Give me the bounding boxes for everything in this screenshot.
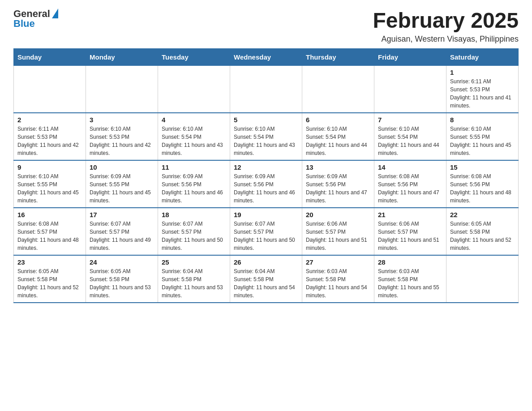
logo-general-text: General: [13, 9, 50, 19]
day-number: 14: [378, 163, 442, 171]
cell-w3-d7: 15Sunrise: 6:08 AM Sunset: 5:56 PM Dayli…: [446, 160, 519, 208]
day-info: Sunrise: 6:03 AM Sunset: 5:58 PM Dayligh…: [378, 267, 442, 300]
day-number: 19: [234, 211, 298, 218]
cell-w5-d3: 25Sunrise: 6:04 AM Sunset: 5:58 PM Dayli…: [158, 255, 230, 303]
cell-w5-d5: 27Sunrise: 6:03 AM Sunset: 5:58 PM Dayli…: [302, 255, 374, 303]
day-number: 2: [17, 116, 82, 124]
day-number: 24: [90, 258, 154, 266]
cell-w5-d4: 26Sunrise: 6:04 AM Sunset: 5:58 PM Dayli…: [230, 255, 302, 303]
cell-w1-d4: [230, 65, 302, 113]
cell-w3-d3: 11Sunrise: 6:09 AM Sunset: 5:56 PM Dayli…: [158, 160, 230, 208]
day-number: 18: [162, 211, 226, 218]
logo: General Blue: [13, 9, 58, 29]
day-info: Sunrise: 6:08 AM Sunset: 5:56 PM Dayligh…: [378, 172, 442, 205]
cell-w1-d6: [374, 65, 446, 113]
cell-w1-d3: [158, 65, 230, 113]
cell-w5-d6: 28Sunrise: 6:03 AM Sunset: 5:58 PM Dayli…: [374, 255, 446, 303]
day-info: Sunrise: 6:04 AM Sunset: 5:58 PM Dayligh…: [234, 267, 298, 300]
cell-w2-d1: 2Sunrise: 6:11 AM Sunset: 5:53 PM Daylig…: [14, 113, 86, 160]
week-row-1: 1Sunrise: 6:11 AM Sunset: 5:53 PM Daylig…: [14, 65, 519, 113]
day-info: Sunrise: 6:10 AM Sunset: 5:54 PM Dayligh…: [306, 125, 370, 157]
cell-w3-d6: 14Sunrise: 6:08 AM Sunset: 5:56 PM Dayli…: [374, 160, 446, 208]
location-title: Aguisan, Western Visayas, Philippines: [373, 34, 519, 44]
day-info: Sunrise: 6:11 AM Sunset: 5:53 PM Dayligh…: [17, 125, 82, 157]
col-monday: Monday: [86, 48, 158, 65]
cell-w3-d2: 10Sunrise: 6:09 AM Sunset: 5:55 PM Dayli…: [86, 160, 158, 208]
cell-w3-d1: 9Sunrise: 6:10 AM Sunset: 5:55 PM Daylig…: [14, 160, 86, 208]
week-row-3: 9Sunrise: 6:10 AM Sunset: 5:55 PM Daylig…: [14, 160, 519, 208]
cell-w5-d1: 23Sunrise: 6:05 AM Sunset: 5:58 PM Dayli…: [14, 255, 86, 303]
week-row-5: 23Sunrise: 6:05 AM Sunset: 5:58 PM Dayli…: [14, 255, 519, 303]
day-info: Sunrise: 6:10 AM Sunset: 5:54 PM Dayligh…: [234, 125, 298, 157]
day-number: 7: [378, 116, 442, 124]
day-number: 28: [378, 258, 442, 266]
cell-w2-d5: 6Sunrise: 6:10 AM Sunset: 5:54 PM Daylig…: [302, 113, 374, 160]
day-number: 10: [90, 163, 154, 171]
day-number: 27: [306, 258, 370, 266]
calendar-table: Sunday Monday Tuesday Wednesday Thursday…: [13, 48, 519, 303]
day-info: Sunrise: 6:10 AM Sunset: 5:53 PM Dayligh…: [90, 125, 154, 157]
day-info: Sunrise: 6:07 AM Sunset: 5:57 PM Dayligh…: [234, 220, 298, 252]
day-number: 26: [234, 258, 298, 266]
cell-w5-d2: 24Sunrise: 6:05 AM Sunset: 5:58 PM Dayli…: [86, 255, 158, 303]
day-info: Sunrise: 6:10 AM Sunset: 5:54 PM Dayligh…: [162, 125, 226, 157]
day-info: Sunrise: 6:05 AM Sunset: 5:58 PM Dayligh…: [90, 267, 154, 300]
day-number: 22: [450, 211, 515, 218]
cell-w1-d1: [14, 65, 86, 113]
col-friday: Friday: [374, 48, 446, 65]
day-info: Sunrise: 6:10 AM Sunset: 5:55 PM Dayligh…: [450, 125, 515, 157]
cell-w2-d4: 5Sunrise: 6:10 AM Sunset: 5:54 PM Daylig…: [230, 113, 302, 160]
logo-blue-text: Blue: [13, 19, 58, 29]
day-number: 17: [90, 211, 154, 218]
cell-w4-d5: 20Sunrise: 6:06 AM Sunset: 5:57 PM Dayli…: [302, 208, 374, 255]
cell-w3-d4: 12Sunrise: 6:09 AM Sunset: 5:56 PM Dayli…: [230, 160, 302, 208]
cell-w4-d2: 17Sunrise: 6:07 AM Sunset: 5:57 PM Dayli…: [86, 208, 158, 255]
cell-w3-d5: 13Sunrise: 6:09 AM Sunset: 5:56 PM Dayli…: [302, 160, 374, 208]
day-info: Sunrise: 6:08 AM Sunset: 5:57 PM Dayligh…: [17, 220, 82, 252]
day-number: 4: [162, 116, 226, 124]
day-number: 15: [450, 163, 515, 171]
title-section: February 2025 Aguisan, Western Visayas, …: [373, 9, 519, 44]
cell-w1-d5: [302, 65, 374, 113]
day-info: Sunrise: 6:10 AM Sunset: 5:55 PM Dayligh…: [17, 172, 82, 205]
day-number: 21: [378, 211, 442, 218]
day-info: Sunrise: 6:08 AM Sunset: 5:56 PM Dayligh…: [450, 172, 515, 205]
day-number: 11: [162, 163, 226, 171]
cell-w2-d6: 7Sunrise: 6:10 AM Sunset: 5:54 PM Daylig…: [374, 113, 446, 160]
week-row-4: 16Sunrise: 6:08 AM Sunset: 5:57 PM Dayli…: [14, 208, 519, 255]
day-number: 8: [450, 116, 515, 124]
cell-w4-d7: 22Sunrise: 6:05 AM Sunset: 5:58 PM Dayli…: [446, 208, 519, 255]
day-info: Sunrise: 6:06 AM Sunset: 5:57 PM Dayligh…: [306, 220, 370, 252]
logo-triangle-icon: [52, 9, 58, 18]
day-number: 16: [17, 211, 82, 218]
cell-w1-d7: 1Sunrise: 6:11 AM Sunset: 5:53 PM Daylig…: [446, 65, 519, 113]
cell-w2-d3: 4Sunrise: 6:10 AM Sunset: 5:54 PM Daylig…: [158, 113, 230, 160]
week-row-2: 2Sunrise: 6:11 AM Sunset: 5:53 PM Daylig…: [14, 113, 519, 160]
cell-w1-d2: [86, 65, 158, 113]
day-info: Sunrise: 6:07 AM Sunset: 5:57 PM Dayligh…: [90, 220, 154, 252]
cell-w2-d7: 8Sunrise: 6:10 AM Sunset: 5:55 PM Daylig…: [446, 113, 519, 160]
month-title: February 2025: [373, 9, 519, 33]
day-info: Sunrise: 6:09 AM Sunset: 5:56 PM Dayligh…: [234, 172, 298, 205]
day-info: Sunrise: 6:04 AM Sunset: 5:58 PM Dayligh…: [162, 267, 226, 300]
day-info: Sunrise: 6:09 AM Sunset: 5:56 PM Dayligh…: [162, 172, 226, 205]
day-number: 9: [17, 163, 82, 171]
cell-w2-d2: 3Sunrise: 6:10 AM Sunset: 5:53 PM Daylig…: [86, 113, 158, 160]
cell-w4-d1: 16Sunrise: 6:08 AM Sunset: 5:57 PM Dayli…: [14, 208, 86, 255]
day-info: Sunrise: 6:05 AM Sunset: 5:58 PM Dayligh…: [17, 267, 82, 300]
col-wednesday: Wednesday: [230, 48, 302, 65]
cell-w4-d4: 19Sunrise: 6:07 AM Sunset: 5:57 PM Dayli…: [230, 208, 302, 255]
calendar-header-row: Sunday Monday Tuesday Wednesday Thursday…: [14, 48, 519, 65]
day-number: 6: [306, 116, 370, 124]
day-info: Sunrise: 6:06 AM Sunset: 5:57 PM Dayligh…: [378, 220, 442, 252]
col-tuesday: Tuesday: [158, 48, 230, 65]
day-number: 1: [450, 68, 515, 76]
day-number: 12: [234, 163, 298, 171]
day-number: 23: [17, 258, 82, 266]
col-thursday: Thursday: [302, 48, 374, 65]
day-info: Sunrise: 6:09 AM Sunset: 5:55 PM Dayligh…: [90, 172, 154, 205]
col-saturday: Saturday: [446, 48, 519, 65]
cell-w5-d7: [446, 255, 519, 303]
day-number: 20: [306, 211, 370, 218]
day-number: 5: [234, 116, 298, 124]
